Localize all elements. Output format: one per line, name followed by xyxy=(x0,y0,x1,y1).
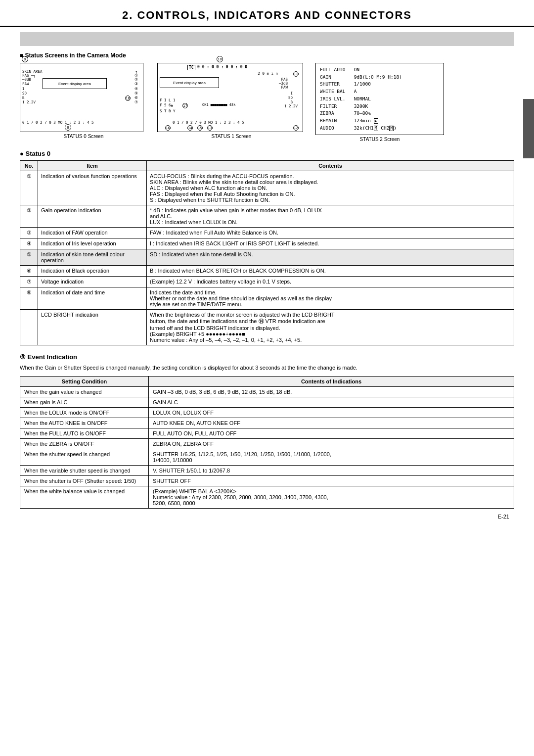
event-condition: When gain is ALC xyxy=(20,397,149,407)
event-condition: When the shutter is OFF (Shutter speed: … xyxy=(20,475,149,486)
event-table-row: When the shutter speed is changedSHUTTER… xyxy=(20,449,514,465)
status-screens-title: Status Screens in the Camera Mode xyxy=(20,52,514,59)
row-item: Indication of Black operation xyxy=(38,266,147,277)
status0-label: STATUS 0 Screen xyxy=(64,134,104,139)
event-condition: When the LOLUX mode is ON/OFF xyxy=(20,407,149,418)
table-row: ①Indication of various function operatio… xyxy=(20,171,514,205)
row-contents: I : Indicated when IRIS BACK LIGHT or IR… xyxy=(147,238,514,249)
status0-diagram: SKIN AREA FAS ─┐ ─3dB FAW ┐ ① ② ③ ④ I SD… xyxy=(20,63,143,132)
event-condition: When the white balance value is changed xyxy=(20,486,149,508)
row-item: Indication of FAW operation xyxy=(38,228,147,238)
event-display-s0: Event display area xyxy=(43,78,107,89)
event-condition: When the gain value is changed xyxy=(20,386,149,397)
row-no: ⑧ xyxy=(20,287,38,310)
chapter-tab xyxy=(523,99,534,158)
s2-line6: FILTER 3200K xyxy=(320,103,440,110)
event-table-row: When the LOLUX mode is ON/OFFLOLUX ON, L… xyxy=(20,407,514,418)
bullet-status: ● Status 0 xyxy=(20,150,514,157)
event-contents: GAIN ALC xyxy=(149,397,514,407)
row-item: Indication of skin tone detail colour op… xyxy=(38,249,147,266)
row-no xyxy=(20,310,38,345)
event-table-row: When the shutter is OFF (Shutter speed: … xyxy=(20,475,514,486)
event-contents: (Example) WHITE BAL A <3200K> Numeric va… xyxy=(149,486,514,508)
event-contents: GAIN –3 dB, 0 dB, 3 dB, 6 dB, 9 dB, 12 d… xyxy=(149,386,514,397)
event-contents: LOLUX ON, LOLUX OFF xyxy=(149,407,514,418)
col-no: No. xyxy=(20,161,38,171)
status1-diagram: TC 0 0 : 0 0 : 0 0 : 0 0 2 0 m i n 11 FA… xyxy=(157,63,303,132)
event-table-row: When the AUTO KNEE is ON/OFFAUTO KNEE ON… xyxy=(20,418,514,428)
event-table-row: When the gain value is changedGAIN –3 dB… xyxy=(20,386,514,397)
s2-line2: GAIN 9dB(L:0 M:9 H:18) xyxy=(320,74,440,81)
table-row: ④Indication of Iris level operationI : I… xyxy=(20,238,514,249)
table-row: ⑤Indication of skin tone detail colour o… xyxy=(20,249,514,266)
event-col-contents: Contents of Indications xyxy=(149,376,514,386)
main-table: No. Item Contents ①Indication of various… xyxy=(20,160,514,345)
row-contents: When the brightness of the monitor scree… xyxy=(147,310,514,345)
event-col-condition: Setting Condition xyxy=(20,376,149,386)
event-condition: When the ZEBRA is ON/OFF xyxy=(20,438,149,449)
row-contents: ACCU-FOCUS : Blinks during the ACCU-FOCU… xyxy=(147,171,514,205)
main-content: Status Screens in the Camera Mode 9 SKIN… xyxy=(0,27,534,529)
row-no: ③ xyxy=(20,228,38,238)
row-item: LCD BRIGHT indication xyxy=(38,310,147,345)
page-number: E-21 xyxy=(20,514,514,520)
event-table-row: When the white balance value is changed(… xyxy=(20,486,514,508)
status1-screen-wrapper: 10 TC 0 0 : 0 0 : 0 0 : 0 0 2 0 m i n 11… xyxy=(157,63,306,139)
row-contents: B : Indicated when BLACK STRETCH or BLAC… xyxy=(147,266,514,277)
page-title: 2. CONTROLS, INDICATORS AND CONNECTORS xyxy=(0,9,534,22)
event-table-row: When the ZEBRA is ON/OFFZEBRA ON, ZEBRA … xyxy=(20,438,514,449)
s2-line5: IRIS LVL. NORMAL xyxy=(320,95,440,103)
table-row: ⑥Indication of Black operationB : Indica… xyxy=(20,266,514,277)
event-table-row: When the FULL AUTO is ON/OFFFULL AUTO ON… xyxy=(20,428,514,438)
table-row: LCD BRIGHT indicationWhen the brightness… xyxy=(20,310,514,345)
row-item: Indication of Iris level operation xyxy=(38,238,147,249)
circle-10: 10 xyxy=(217,56,223,62)
s2-line9: AUDIO 32k(CH1M CH2M) xyxy=(320,125,440,132)
s2-line1: FULL AUTO ON xyxy=(320,66,440,74)
row-item: Voltage indication xyxy=(38,277,147,287)
s2-line4: WHITE BAL A xyxy=(320,88,440,95)
event-contents: SHUTTER OFF xyxy=(149,475,514,486)
row-no: ⑤ xyxy=(20,249,38,266)
event-display-s1: Event display area xyxy=(160,77,219,88)
event-table-row: When gain is ALCGAIN ALC xyxy=(20,397,514,407)
row-no: ⑦ xyxy=(20,277,38,287)
event-contents: FULL AUTO ON, FULL AUTO OFF xyxy=(149,428,514,438)
table-row: ⑦Voltage indication(Example) 12.2 V : In… xyxy=(20,277,514,287)
row-contents: * dB : Indicates gain value when gain is… xyxy=(147,205,514,228)
event-condition: When the shutter speed is changed xyxy=(20,449,149,465)
circle-8-s0: 8 xyxy=(65,124,71,131)
row-no: ② xyxy=(20,205,38,228)
col-contents: Contents xyxy=(147,161,514,171)
status1-label: STATUS 1 Screen xyxy=(212,134,252,139)
event-table: Setting Condition Contents of Indication… xyxy=(20,376,514,509)
event-condition: When the variable shutter speed is chang… xyxy=(20,465,149,475)
row-no: ④ xyxy=(20,238,38,249)
row-item: Indication of date and time xyxy=(38,287,147,310)
col-item: Item xyxy=(38,161,147,171)
event-contents: AUTO KNEE ON, AUTO KNEE OFF xyxy=(149,418,514,428)
circle-9: 9 xyxy=(22,56,28,62)
event-contents: ZEBRA ON, ZEBRA OFF xyxy=(149,438,514,449)
status2-label: STATUS 2 Screen xyxy=(360,137,400,142)
table-row: ②Gain operation indication* dB : Indicat… xyxy=(20,205,514,228)
status2-screen-wrapper: FULL AUTO ON GAIN 9dB(L:0 M:9 H:18) SHUT… xyxy=(315,63,444,142)
status0-screen-wrapper: 9 SKIN AREA FAS ─┐ ─3dB FAW ┐ ① ② ③ ④ I xyxy=(20,63,147,139)
gray-bar xyxy=(20,32,514,46)
event-condition: When the FULL AUTO is ON/OFF xyxy=(20,428,149,438)
event-desc: When the Gain or Shutter Speed is change… xyxy=(20,364,514,372)
row-contents: FAW : Indicated when Full Auto White Bal… xyxy=(147,228,514,238)
table-row: ⑧Indication of date and timeIndicates th… xyxy=(20,287,514,310)
s2-line8: REMAIN 123min ▶ xyxy=(320,117,440,125)
row-item: Indication of various function operation… xyxy=(38,171,147,205)
row-contents: (Example) 12.2 V : Indicates battery vol… xyxy=(147,277,514,287)
s2-line7: ZEBRA 70–80% xyxy=(320,110,440,117)
page-header: 2. CONTROLS, INDICATORS AND CONNECTORS xyxy=(0,0,534,27)
event-condition: When the AUTO KNEE is ON/OFF xyxy=(20,418,149,428)
event-section-title: ⑨ Event Indication xyxy=(20,353,514,361)
row-contents: SD : Indicated when skin tone detail is … xyxy=(147,249,514,266)
status-screens-container: 9 SKIN AREA FAS ─┐ ─3dB FAW ┐ ① ② ③ ④ I xyxy=(20,63,514,142)
row-item: Gain operation indication xyxy=(38,205,147,228)
s2-line3: SHUTTER 1/1000 xyxy=(320,81,440,88)
status2-diagram: FULL AUTO ON GAIN 9dB(L:0 M:9 H:18) SHUT… xyxy=(315,63,444,135)
